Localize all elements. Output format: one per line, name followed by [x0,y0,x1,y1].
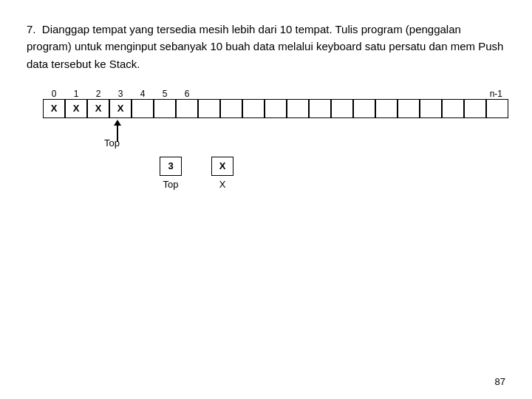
array-box-20 [486,99,508,118]
index-1: 1 [65,89,87,99]
array-box-16 [398,99,420,118]
heading-content: Dianggap tempat yang tersedia mesih lebi… [27,23,503,70]
array-box-17 [420,99,442,118]
array-box-9 [242,99,265,118]
index-5: 5 [154,89,176,99]
array-box-12 [309,99,331,118]
arrow-section: Top [43,120,505,146]
array-boxes: X X X X [43,99,508,118]
array-box-3: X [109,99,132,118]
array-box-11 [287,99,309,118]
array-box-5 [154,99,176,118]
stack-index-item: 3 Top [160,157,182,190]
page: 7. Dianggap tempat yang tersedia mesih l… [0,0,532,399]
arrow-head-icon [114,120,121,126]
heading-text: 7. Dianggap tempat yang tersedia mesih l… [27,21,505,72]
array-section: 0 1 2 3 4 5 6 n-1 X X X X [27,89,505,190]
array-row: X X X X [43,99,505,118]
array-box-14 [353,99,375,118]
indices-row: 0 1 2 3 4 5 6 n-1 [27,89,505,99]
array-box-8 [220,99,242,118]
heading-number: 7. [27,23,36,35]
stack-value-box: X [211,157,233,176]
bottom-section: 3 Top X X [43,157,505,190]
stack-value-label: X [219,179,226,190]
index-3: 3 [109,89,132,99]
stack-index-box: 3 [160,157,182,176]
top-arrow-label: Top [104,137,120,149]
array-box-4 [132,99,154,118]
array-box-0: X [43,99,65,118]
array-box-15 [375,99,398,118]
index-2: 2 [87,89,109,99]
array-box-2: X [87,99,109,118]
index-0: 0 [43,89,65,99]
array-box-18 [442,99,464,118]
stack-index-label: Top [163,179,179,190]
array-box-6 [176,99,198,118]
array-box-13 [331,99,353,118]
array-box-7 [198,99,220,118]
array-box-1: X [65,99,87,118]
index-4: 4 [132,89,154,99]
index-n1: n-1 [490,89,505,99]
stack-value-item: X X [211,157,233,190]
array-box-10 [265,99,287,118]
index-6: 6 [176,89,198,99]
array-box-19 [464,99,486,118]
page-number: 87 [495,376,505,387]
